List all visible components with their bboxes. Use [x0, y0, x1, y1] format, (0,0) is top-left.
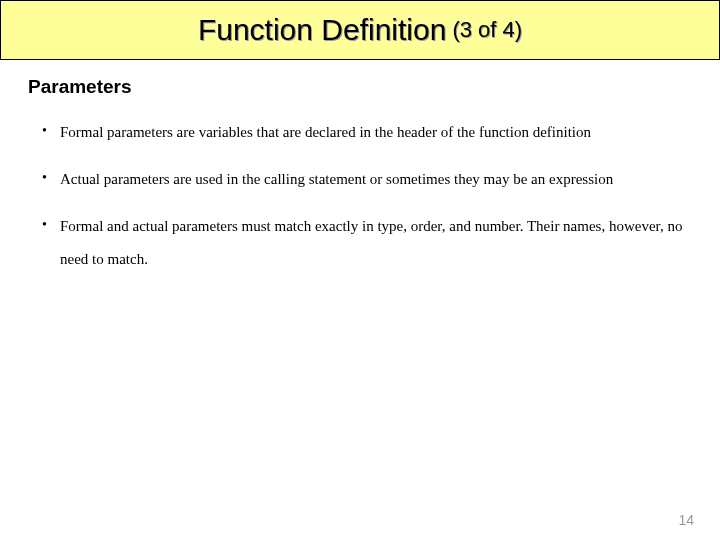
slide-content: Parameters Formal parameters are variabl… — [0, 60, 720, 276]
list-item: Actual parameters are used in the callin… — [38, 163, 692, 196]
list-item: Formal and actual parameters must match … — [38, 210, 692, 276]
section-heading: Parameters — [28, 76, 692, 98]
title-bar: Function Definition (3 of 4) — [0, 0, 720, 60]
slide-title-main: Function Definition — [198, 13, 446, 47]
bullet-list: Formal parameters are variables that are… — [28, 116, 692, 276]
list-item: Formal parameters are variables that are… — [38, 116, 692, 149]
page-number: 14 — [678, 512, 694, 528]
slide-title-sub: (3 of 4) — [452, 17, 522, 43]
